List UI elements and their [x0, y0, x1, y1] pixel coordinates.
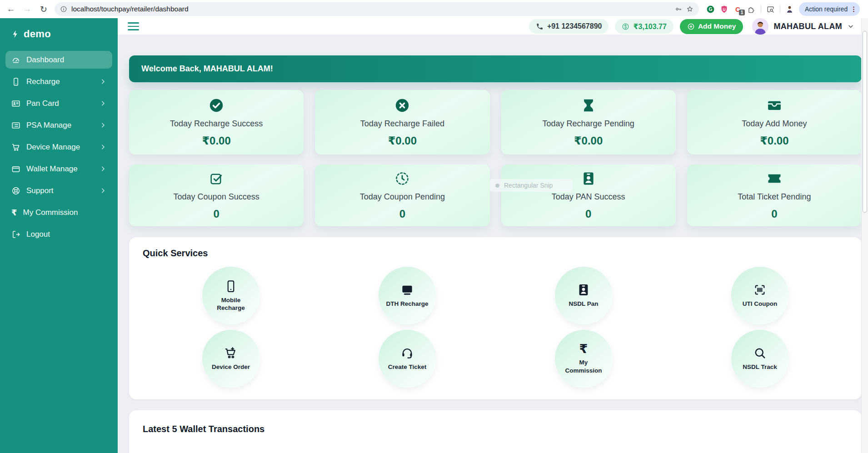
app-topbar: +91 1234567890 ₹3,103.77 Add Money MAHAB… — [118, 18, 868, 35]
quick-service-label: Mobile Recharge — [210, 296, 252, 312]
sidebar-item-label: PSA Manage — [26, 121, 71, 130]
quick-service-nsdl-pan[interactable]: NSDL Pan — [555, 267, 613, 324]
search-tabs-icon[interactable] — [766, 5, 775, 14]
barcode-icon — [753, 283, 767, 297]
sidebar-item-label: Dashboard — [26, 55, 64, 65]
sidebar: demo DashboardRechargePan CardPSA Manage… — [0, 18, 118, 453]
cart-icon — [11, 143, 20, 152]
stat-card-today-recharge-success: Today Recharge Success₹0.00 — [129, 90, 304, 154]
browser-reload-button[interactable]: ↻ — [36, 2, 51, 16]
phone-icon — [536, 23, 544, 30]
scrollbar-thumb[interactable] — [863, 31, 867, 213]
search-icon — [753, 346, 767, 360]
site-info-icon[interactable] — [60, 5, 67, 13]
grammarly-extension-icon[interactable]: G — [706, 5, 715, 14]
phone-number: +91 1234567890 — [547, 22, 602, 30]
brand-logo: demo — [5, 25, 112, 51]
sidebar-item-dashboard[interactable]: Dashboard — [5, 51, 112, 69]
quick-service-my-commission[interactable]: ₹My Commission — [555, 330, 613, 388]
password-manager-icon[interactable] — [675, 5, 682, 13]
transactions-title: Latest 5 Wallet Transactions — [143, 424, 848, 434]
user-menu[interactable]: MAHABUL ALAM — [752, 18, 854, 35]
rupee-icon: ₹ — [11, 209, 17, 217]
stats-row-2: Today Coupon Success0Today Coupon Pendin… — [129, 164, 862, 226]
tv-icon — [400, 283, 414, 297]
plus-circle-icon — [687, 23, 695, 30]
transactions-panel: Latest 5 Wallet Transactions — [129, 410, 862, 453]
stat-card-today-coupon-success: Today Coupon Success0 — [129, 164, 304, 226]
browser-back-button[interactable]: ← — [4, 2, 18, 16]
address-bar[interactable]: localhost/touchpay/retailer/dashboard — [55, 2, 699, 16]
id-badge-icon — [581, 171, 596, 186]
check-square-icon — [209, 171, 224, 186]
sidebar-item-label: Support — [26, 186, 54, 195]
stat-value: 0 — [399, 208, 405, 220]
action-required-button[interactable]: Action required — [799, 2, 860, 16]
quick-service-device-order[interactable]: Device Order — [202, 330, 260, 388]
sidebar-item-label: Pan Card — [26, 99, 59, 108]
hamburger-menu-icon[interactable] — [128, 22, 139, 30]
phone-pill: +91 1234567890 — [529, 19, 609, 34]
stat-title: Today PAN Success — [552, 192, 625, 202]
stat-value: ₹0.00 — [574, 134, 603, 147]
quick-service-uti-coupon[interactable]: UTI Coupon — [731, 267, 789, 324]
sidebar-item-label: Logout — [26, 230, 50, 239]
browser-menu-icon[interactable] — [849, 5, 858, 13]
cart-plus-icon — [224, 346, 238, 360]
page-scrollbar — [861, 18, 868, 453]
extensions-puzzle-icon[interactable] — [747, 5, 756, 14]
stat-card-today-add-money: Today Add Money₹0.00 — [687, 90, 862, 154]
list-card-icon — [11, 121, 20, 130]
sidebar-item-wallet-manage[interactable]: Wallet Manage — [5, 160, 112, 178]
sidebar-item-device-manage[interactable]: Device Manage — [5, 138, 112, 156]
quick-service-label: NSDL Track — [738, 363, 781, 371]
shield-extension-icon[interactable]: U — [720, 5, 728, 14]
wallet-balance: ₹3,103.77 — [633, 22, 666, 31]
stat-title: Today Recharge Success — [170, 119, 263, 129]
stat-value: 0 — [213, 208, 219, 220]
quick-service-dth-recharge[interactable]: DTH Recharge — [379, 267, 436, 324]
clock-dashed-icon — [394, 171, 410, 186]
sidebar-menu: DashboardRechargePan CardPSA ManageDevic… — [5, 51, 112, 243]
toolbar-divider — [780, 5, 780, 13]
quick-service-mobile-recharge[interactable]: Mobile Recharge — [202, 267, 260, 324]
stat-value: ₹0.00 — [760, 134, 788, 147]
welcome-message: Welcome Back, MAHABUL ALAM! — [141, 64, 273, 74]
stat-title: Today Add Money — [742, 119, 807, 129]
quick-service-create-ticket[interactable]: Create Ticket — [379, 330, 436, 388]
chevron-right-icon — [100, 100, 106, 107]
sidebar-item-label: Device Manage — [26, 143, 80, 152]
extensions-area: G U C 1 Action required — [706, 2, 860, 16]
quick-services-grid: Mobile RechargeDTH RechargeNSDL PanUTI C… — [143, 267, 848, 388]
sidebar-item-label: Recharge — [26, 77, 60, 86]
profile-avatar-icon[interactable] — [785, 5, 794, 14]
dashboard-content: Welcome Back, MAHABUL ALAM! Today Rechar… — [118, 35, 868, 453]
stats-row-1: Today Recharge Success₹0.00Today Recharg… — [129, 90, 862, 154]
chevron-right-icon — [100, 122, 106, 129]
chevron-down-icon — [847, 23, 854, 30]
smartphone-icon — [224, 279, 238, 293]
sidebar-item-support[interactable]: Support — [5, 182, 112, 199]
user-avatar — [752, 18, 768, 35]
sidebar-item-recharge[interactable]: Recharge — [5, 73, 112, 90]
add-money-button[interactable]: Add Money — [680, 19, 743, 34]
bookmark-star-icon[interactable] — [686, 5, 693, 13]
brand-name: demo — [24, 28, 51, 40]
quick-service-nsdl-track[interactable]: NSDL Track — [731, 330, 789, 388]
stat-title: Today Recharge Failed — [360, 119, 444, 129]
stat-value: ₹0.00 — [202, 134, 230, 147]
browser-forward-button[interactable]: → — [20, 2, 35, 16]
app-frame: demo DashboardRechargePan CardPSA Manage… — [0, 18, 868, 453]
wallet-balance-pill: ₹3,103.77 — [615, 19, 673, 34]
quick-services-panel: Quick Services Mobile RechargeDTH Rechar… — [129, 237, 862, 399]
url-text[interactable]: localhost/touchpay/retailer/dashboard — [71, 5, 671, 13]
stat-title: Today Recharge Pending — [543, 119, 634, 129]
c-extension-icon[interactable]: C 1 — [733, 5, 742, 14]
sidebar-item-logout[interactable]: Logout — [5, 225, 112, 243]
sidebar-item-my-commission[interactable]: ₹My Commission — [5, 204, 112, 221]
sidebar-item-pan-card[interactable]: Pan Card — [5, 95, 112, 112]
welcome-banner: Welcome Back, MAHABUL ALAM! — [129, 55, 862, 82]
sidebar-item-psa-manage[interactable]: PSA Manage — [5, 116, 112, 134]
check-circle-icon — [209, 98, 224, 113]
wallet-icon — [11, 164, 20, 174]
